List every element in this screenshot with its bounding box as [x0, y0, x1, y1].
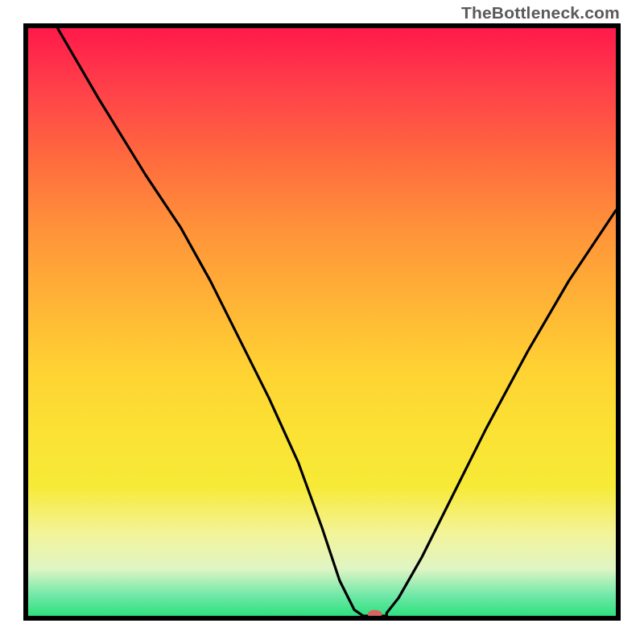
bottleneck-curve [28, 28, 616, 616]
plot-area [23, 23, 621, 621]
watermark-text: TheBottleneck.com [461, 3, 620, 23]
curve-path [58, 28, 617, 616]
optimum-marker [368, 610, 382, 616]
chart-frame: TheBottleneck.com [0, 0, 644, 644]
